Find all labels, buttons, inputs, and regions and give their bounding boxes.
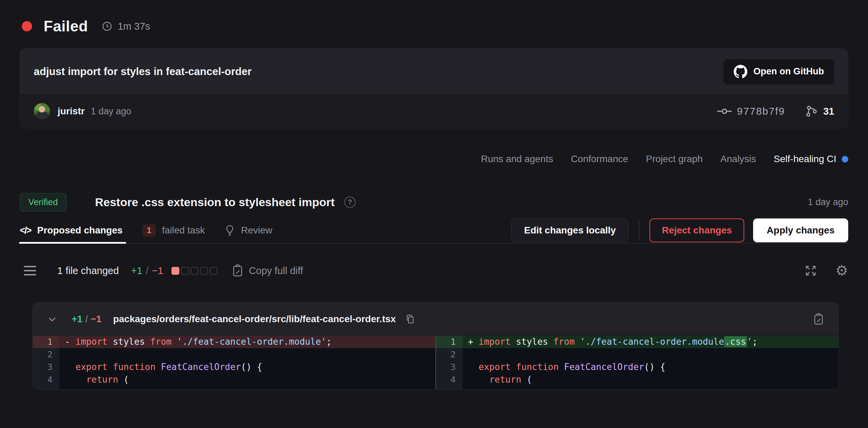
copy-diff-clipboard-icon[interactable] (813, 313, 824, 325)
run-duration: 1m 37s (118, 21, 150, 32)
nav-active-dot (842, 156, 848, 162)
code-content (463, 348, 839, 361)
diff-line: 2 (33, 348, 435, 361)
failed-task-count-badge: 1 (143, 224, 156, 237)
code-content: export function FeatCancelOrder() { (463, 361, 839, 373)
diff-toolbar-right: ⚙ (805, 263, 848, 278)
branch-group: 31 (805, 105, 834, 118)
diff-line: 4 return ( (436, 373, 839, 386)
commit-icon (717, 107, 732, 115)
line-number: 2 (436, 348, 463, 361)
status-label: Failed (44, 18, 88, 35)
avatar (34, 103, 50, 119)
diff-card: +1 / −1 packages/orders/feat-cancel-orde… (32, 302, 839, 390)
code-content: return ( (59, 373, 435, 386)
nav-item-runs-and-agents[interactable]: Runs and agents (481, 154, 553, 165)
diff-block-square (200, 267, 208, 275)
nav-item-project-graph[interactable]: Project graph (646, 154, 703, 165)
copy-path-icon[interactable] (405, 314, 415, 324)
tab-review[interactable]: Review (225, 218, 272, 243)
status-failed-dot (22, 21, 32, 31)
open-on-github-button[interactable]: Open on GitHub (723, 59, 834, 84)
file-stat-separator: / (85, 314, 88, 325)
diff-block-indicator (171, 267, 218, 275)
diff-block-square (210, 267, 218, 275)
tab-review-label: Review (241, 225, 272, 236)
tab-proposed-changes-label: Proposed changes (37, 225, 123, 236)
diff-line: 4 return ( (33, 373, 435, 386)
commit-card: adjust import for styles in feat-cancel-… (20, 48, 848, 128)
tab-failed-task[interactable]: 1 failed task (143, 218, 205, 243)
diff-file-header: +1 / −1 packages/orders/feat-cancel-orde… (33, 303, 838, 336)
commit-author-row: juristr 1 day ago 9778b7f9 31 (20, 95, 848, 128)
apply-changes-button[interactable]: Apply changes (753, 218, 848, 242)
diff-file-path: packages/orders/feat-cancel-order/src/li… (113, 314, 396, 325)
nav-item-analysis[interactable]: Analysis (720, 154, 756, 165)
diff-line: 3 export function FeatCancelOrder() { (33, 361, 435, 373)
line-number: 3 (436, 361, 463, 373)
code-content: - import styles from './feat-cancel-orde… (59, 336, 435, 348)
code-content: return ( (463, 373, 839, 386)
diff-line: 2 (436, 348, 839, 361)
diff-line: 1- import styles from './feat-cancel-ord… (33, 336, 435, 348)
copy-full-diff-button[interactable]: Copy full diff (232, 264, 303, 277)
actions-divider (639, 220, 639, 240)
nav-tabs: Runs and agentsConformanceProject graphA… (481, 154, 848, 165)
fix-time-ago: 1 day ago (808, 197, 848, 208)
toolbar-deletions: −1 (152, 265, 163, 276)
diff-pane-old: 1- import styles from './feat-cancel-ord… (33, 336, 435, 389)
git-branch-icon (805, 105, 818, 118)
fix-tabs-row: </> Proposed changes 1 failed task Revie… (20, 218, 848, 244)
diff-toolbar: 1 file changed +1 / −1 Copy full diff ⚙ (24, 259, 848, 282)
commit-meta: 9778b7f9 31 (717, 105, 834, 118)
line-number: 1 (33, 336, 59, 348)
code-content (59, 348, 435, 361)
file-list-menu-icon[interactable] (24, 266, 36, 275)
diff-body: 1- import styles from './feat-cancel-ord… (33, 336, 838, 389)
diff-line: 3 export function FeatCancelOrder() { (436, 361, 839, 373)
clipboard-icon (232, 264, 243, 277)
file-additions: +1 (72, 314, 83, 325)
code-icon: </> (20, 225, 31, 236)
line-number: 3 (33, 361, 59, 373)
edit-changes-locally-button[interactable]: Edit changes locally (511, 218, 628, 242)
line-number: 4 (33, 373, 59, 386)
gear-icon[interactable]: ⚙ (835, 263, 848, 278)
code-content: + import styles from './feat-cancel-orde… (463, 336, 839, 348)
diff-filler (436, 386, 839, 389)
nav-item-conformance[interactable]: Conformance (571, 154, 628, 165)
diff-pane-new: 1+ import styles from './feat-cancel-ord… (436, 336, 839, 389)
diff-line: 1+ import styles from './feat-cancel-ord… (436, 336, 839, 348)
reject-changes-button[interactable]: Reject changes (649, 218, 744, 242)
clock-icon (102, 21, 113, 32)
toolbar-separator: / (146, 265, 149, 276)
commit-title-row: adjust import for styles in feat-cancel-… (20, 49, 848, 95)
line-number: 4 (436, 373, 463, 386)
help-icon[interactable]: ? (344, 197, 356, 208)
chevron-down-icon[interactable] (47, 314, 57, 324)
diff-header-right (813, 313, 824, 325)
lightbulb-icon (225, 225, 235, 236)
tab-proposed-changes[interactable]: </> Proposed changes (20, 218, 123, 243)
nav-item-self-healing-ci[interactable]: Self-healing CI (774, 154, 848, 165)
diff-block-square (191, 267, 198, 275)
diff-filler (33, 386, 435, 389)
fix-title: Restore .css extension to stylesheet imp… (95, 196, 335, 209)
github-icon (734, 65, 747, 79)
commit-time-ago: 1 day ago (91, 106, 131, 117)
fix-actions: Edit changes locally Reject changes Appl… (511, 218, 848, 242)
commit-hash[interactable]: 9778b7f9 (737, 105, 785, 117)
files-changed-label: 1 file changed (57, 265, 119, 276)
author-name[interactable]: juristr (58, 106, 85, 117)
expand-icon[interactable] (805, 265, 817, 277)
copy-full-diff-label: Copy full diff (249, 265, 303, 276)
branch-count[interactable]: 31 (823, 106, 834, 117)
fix-header: Verified Restore .css extension to style… (20, 192, 848, 212)
commit-title: adjust import for styles in feat-cancel-… (34, 66, 252, 78)
line-number: 2 (33, 348, 59, 361)
run-status-row: Failed 1m 37s (22, 15, 150, 38)
file-deletions: −1 (91, 314, 102, 325)
code-content: export function FeatCancelOrder() { (59, 361, 435, 373)
verified-badge: Verified (20, 193, 66, 211)
diff-block-square (171, 267, 179, 275)
